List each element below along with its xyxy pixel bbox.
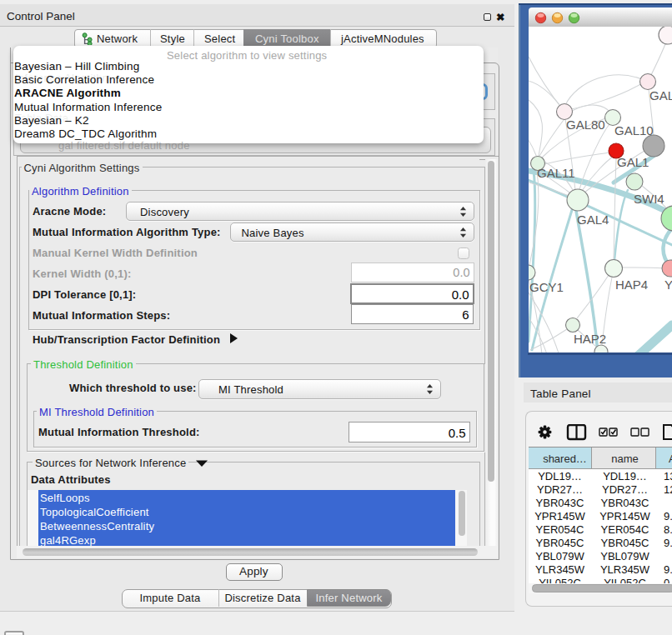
svg-text:GAL4: GAL4 <box>577 212 609 227</box>
svg-text:Y: Y <box>664 278 672 292</box>
svg-text:GAL80: GAL80 <box>566 118 605 132</box>
svg-text:HAP2: HAP2 <box>574 332 606 346</box>
svg-text:SWI4: SWI4 <box>634 192 664 206</box>
svg-text:GAL1: GAL1 <box>617 155 649 169</box>
svg-text:GCY1: GCY1 <box>529 280 564 294</box>
svg-text:GAL2: GAL2 <box>649 88 672 102</box>
svg-text:GAL10: GAL10 <box>614 123 654 138</box>
svg-text:HAP4: HAP4 <box>615 278 648 292</box>
svg-text:GAL11: GAL11 <box>537 166 575 180</box>
